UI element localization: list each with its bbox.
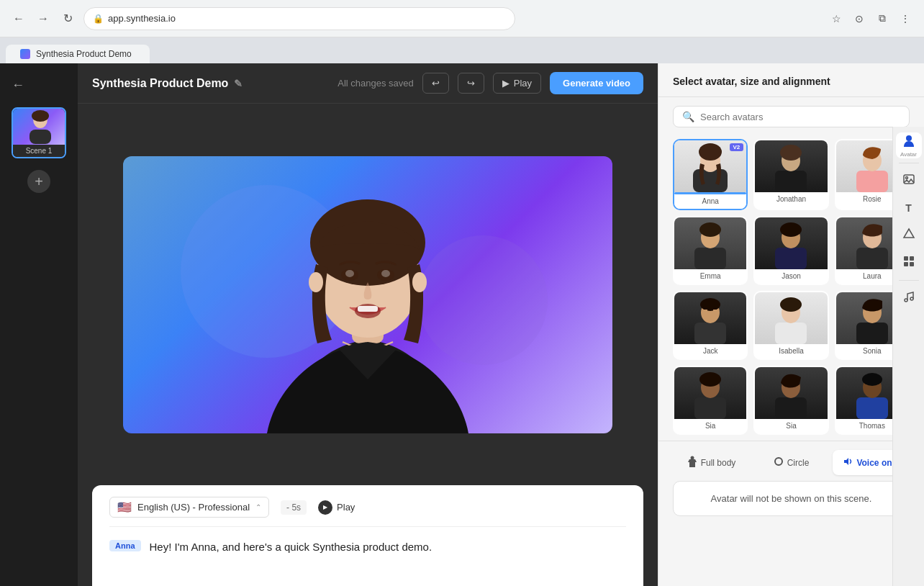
- circle-icon: [774, 456, 784, 469]
- avatar-image-sia1: [674, 367, 746, 419]
- play-button[interactable]: ▶ Play: [493, 73, 541, 94]
- script-text[interactable]: Hey! I'm Anna, and here's a quick Synthe…: [150, 538, 432, 556]
- svg-point-50: [690, 456, 694, 460]
- profile-icon[interactable]: ⊙: [849, 9, 869, 29]
- speaker-badge: Anna: [109, 540, 141, 551]
- active-tab[interactable]: Synthesia Product Demo: [6, 45, 150, 63]
- text-icon: T: [905, 202, 912, 214]
- generate-video-button[interactable]: Generate video: [550, 72, 643, 94]
- svg-point-4: [418, 235, 548, 365]
- avatar-name-emma: Emma: [674, 269, 746, 284]
- svg-point-26: [699, 222, 721, 237]
- avatar-search-input[interactable]: [700, 112, 900, 122]
- browser-nav-buttons: ← → ↻: [9, 9, 78, 29]
- svg-rect-45: [775, 397, 807, 419]
- tool-shapes-button[interactable]: [896, 222, 922, 248]
- address-bar[interactable]: 🔒 app.synthesia.io: [83, 7, 515, 30]
- svg-point-51: [775, 458, 782, 465]
- reload-button[interactable]: ↻: [58, 9, 78, 29]
- avatar-card-jason[interactable]: Jason: [753, 216, 828, 285]
- avatar-card-jack[interactable]: Jack: [673, 291, 748, 360]
- video-avatar: [123, 156, 612, 433]
- right-panel: Select avatar, size and alignment 🔍 V2: [658, 63, 924, 586]
- svg-rect-36: [713, 310, 716, 315]
- scene-thumbnail-avatar: [26, 109, 55, 144]
- menu-icon[interactable]: ⋮: [895, 9, 915, 29]
- svg-marker-55: [904, 229, 914, 238]
- svg-rect-16: [693, 169, 728, 192]
- undo-button[interactable]: ↩: [422, 73, 449, 94]
- avatar-name-jonathan: Jonathan: [755, 192, 827, 207]
- tool-divider-2: [899, 280, 919, 281]
- svg-point-49: [862, 373, 882, 386]
- tab-bar: Synthesia Product Demo: [0, 37, 924, 63]
- back-button[interactable]: ←: [9, 9, 29, 29]
- sidebar-back-button[interactable]: ←: [9, 75, 27, 96]
- svg-point-18: [699, 143, 722, 161]
- svg-point-61: [910, 297, 913, 300]
- avatar-card-sia2[interactable]: Sia: [753, 366, 828, 435]
- tab-full-body[interactable]: Full body: [673, 450, 750, 475]
- undo-icon: ↩: [432, 78, 440, 89]
- shapes-icon: [902, 227, 915, 243]
- language-label: English (US) - Professional: [137, 502, 250, 513]
- flag-icon: 🇺🇸: [117, 500, 132, 514]
- extensions-icon[interactable]: ⧉: [872, 9, 892, 29]
- script-toolbar: 🇺🇸 English (US) - Professional ⌃ - 5s ▶ …: [109, 497, 626, 527]
- avatar-image-sia2: [755, 367, 827, 419]
- tool-avatar-button[interactable]: Avatar: [896, 132, 922, 158]
- language-selector[interactable]: 🇺🇸 English (US) - Professional ⌃: [109, 497, 269, 518]
- svg-rect-37: [775, 323, 807, 344]
- center-area: Synthesia Product Demo ✎ All changes sav…: [78, 63, 658, 586]
- avatar-image-jack: [674, 292, 746, 344]
- bookmark-icon[interactable]: ☆: [826, 9, 846, 29]
- svg-rect-19: [775, 171, 807, 192]
- project-title: Synthesia Product Demo ✎: [92, 77, 243, 90]
- avatar-card-anna[interactable]: V2 Anna: [673, 139, 748, 210]
- scene-card-1[interactable]: Scene 1: [12, 107, 66, 158]
- avatar-search-bar[interactable]: 🔍: [673, 106, 910, 127]
- tool-music-button[interactable]: [896, 285, 922, 311]
- video-preview: [123, 156, 612, 433]
- avatar-name-anna: Anna: [674, 194, 746, 209]
- svg-point-9: [412, 272, 427, 292]
- svg-point-60: [905, 299, 907, 302]
- svg-rect-15: [358, 306, 378, 312]
- tool-divider-1: [899, 163, 919, 163]
- tool-text-button[interactable]: T: [896, 195, 922, 221]
- avatars-grid: V2 Anna: [658, 133, 924, 441]
- avatar-name-jason: Jason: [755, 269, 827, 284]
- avatar-name-jack: Jack: [674, 344, 746, 359]
- script-content: Anna Hey! I'm Anna, and here's a quick S…: [109, 538, 626, 556]
- tool-media-button[interactable]: [896, 168, 922, 194]
- avatar-card-jonathan[interactable]: Jonathan: [753, 139, 828, 210]
- svg-rect-30: [856, 248, 888, 269]
- svg-point-8: [309, 272, 323, 292]
- ssl-lock-icon: 🔒: [93, 14, 104, 24]
- play-preview-icon: ▶: [318, 500, 332, 515]
- edit-title-icon[interactable]: ✎: [234, 78, 243, 89]
- avatar-card-isabella[interactable]: Isabella: [753, 291, 828, 360]
- chevron-down-icon: ⌃: [255, 503, 261, 511]
- avatar-name-isabella: Isabella: [755, 344, 827, 359]
- avatar-tool-icon: [902, 134, 915, 150]
- avatar-card-sia1[interactable]: Sia: [673, 366, 748, 435]
- svg-point-12: [345, 270, 354, 277]
- svg-rect-22: [856, 171, 888, 192]
- elements-icon: [902, 255, 915, 271]
- app-container: ← Scene 1 + Synthesia Product Demo ✎ A: [0, 63, 924, 586]
- add-scene-button[interactable]: +: [27, 170, 50, 193]
- avatar-tool-label: Avatar: [900, 151, 917, 158]
- tab-title: Synthesia Product Demo: [36, 49, 132, 59]
- avatar-card-emma[interactable]: Emma: [673, 216, 748, 285]
- avatar-name-sia1: Sia: [674, 419, 746, 433]
- forward-button[interactable]: →: [33, 9, 53, 29]
- panel-title: Select avatar, size and alignment: [673, 76, 830, 87]
- tab-circle[interactable]: Circle: [753, 450, 830, 475]
- play-preview-button[interactable]: ▶ Play: [318, 500, 355, 515]
- save-status: All changes saved: [338, 78, 414, 89]
- tool-elements-button[interactable]: [896, 250, 922, 276]
- svg-point-39: [780, 297, 802, 312]
- svg-rect-47: [856, 397, 888, 419]
- redo-button[interactable]: ↪: [458, 73, 484, 94]
